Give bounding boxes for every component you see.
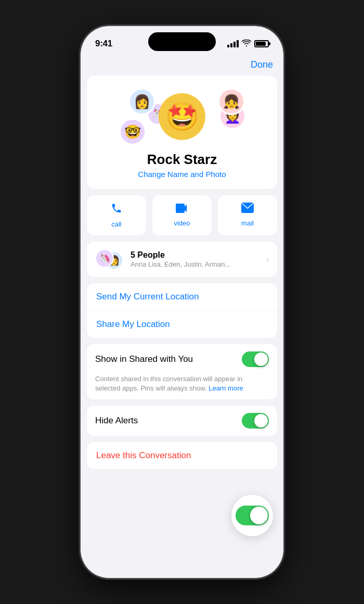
done-button[interactable]: Done (251, 59, 273, 70)
phone-frame: 9:41 (81, 26, 283, 578)
floating-toggle-overlay (231, 495, 273, 536)
people-card[interactable]: 🦄 👩 5 People Anna Lisa, Eden, Justin, Ar… (87, 242, 277, 277)
people-names: Anna Lisa, Eden, Justin, Arman... (131, 260, 260, 268)
leave-conversation-card[interactable]: Leave this Conversation (87, 442, 277, 469)
signal-bars-icon (227, 40, 239, 47)
hide-alerts-row: Hide Alerts (87, 406, 277, 436)
video-icon (176, 203, 188, 216)
shared-with-you-row: Show in Shared with You (87, 344, 277, 374)
shared-with-you-card: Show in Shared with You Content shared i… (87, 344, 277, 399)
floating-toggle-switch[interactable] (236, 506, 269, 525)
people-avatars: 🦄 👩 (95, 249, 124, 270)
group-name: Rock Starz (97, 152, 267, 168)
people-info: 5 People Anna Lisa, Eden, Justin, Arman.… (131, 250, 260, 268)
avatars-container: 👩 🤓 🦄 🤩 👧 👩‍🦱 (97, 88, 267, 145)
floating-toggle-knob (250, 507, 268, 524)
leave-conversation-label: Leave this Conversation (87, 442, 277, 469)
wifi-icon (242, 40, 251, 48)
mail-button[interactable]: mail (218, 195, 277, 235)
people-count: 5 People (131, 250, 260, 260)
hide-alerts-label: Hide Alerts (95, 416, 138, 426)
status-time: 9:41 (95, 39, 112, 49)
avatar-bottom-left: 🤓 (119, 118, 146, 145)
people-avatar-1: 🦄 (95, 249, 114, 268)
learn-more-link[interactable]: Learn more (209, 384, 243, 392)
avatar-main: 🤩 (159, 93, 205, 140)
navigation-header: Done (81, 54, 283, 70)
call-label: call (111, 220, 122, 228)
chevron-right-icon: › (266, 255, 269, 264)
call-button[interactable]: call (87, 195, 146, 235)
toggle-knob (254, 353, 268, 366)
battery-fill (256, 42, 266, 46)
status-icons (227, 40, 269, 48)
mail-icon (241, 203, 254, 216)
location-card: Send My Current Location Share My Locati… (87, 283, 277, 338)
dynamic-island (148, 32, 216, 51)
mail-label: mail (241, 219, 254, 227)
video-button[interactable]: video (152, 195, 212, 235)
hide-alerts-card: Hide Alerts (87, 406, 277, 436)
shared-description: Content shared in this conversation will… (87, 374, 277, 399)
send-location-label: Send My Current Location (96, 292, 199, 301)
share-location-button[interactable]: Share My Location (87, 311, 277, 338)
video-label: video (174, 219, 190, 227)
battery-icon (254, 40, 269, 47)
shared-with-you-label: Show in Shared with You (95, 354, 193, 364)
shared-with-you-toggle[interactable] (242, 351, 269, 367)
hide-alerts-knob (254, 414, 268, 427)
actions-row: call video (87, 195, 277, 235)
phone-screen: 9:41 (81, 26, 283, 578)
change-name-link[interactable]: Change Name and Photo (97, 170, 267, 179)
avatar-top-left: 👩 (128, 88, 155, 115)
share-location-label: Share My Location (96, 319, 170, 329)
avatar-top-right: 👧 (218, 88, 245, 115)
hide-alerts-toggle[interactable] (242, 413, 269, 429)
call-icon (111, 203, 122, 217)
send-location-button[interactable]: Send My Current Location (87, 283, 277, 311)
profile-section: 👩 🤓 🦄 🤩 👧 👩‍🦱 Rock St (87, 76, 277, 189)
